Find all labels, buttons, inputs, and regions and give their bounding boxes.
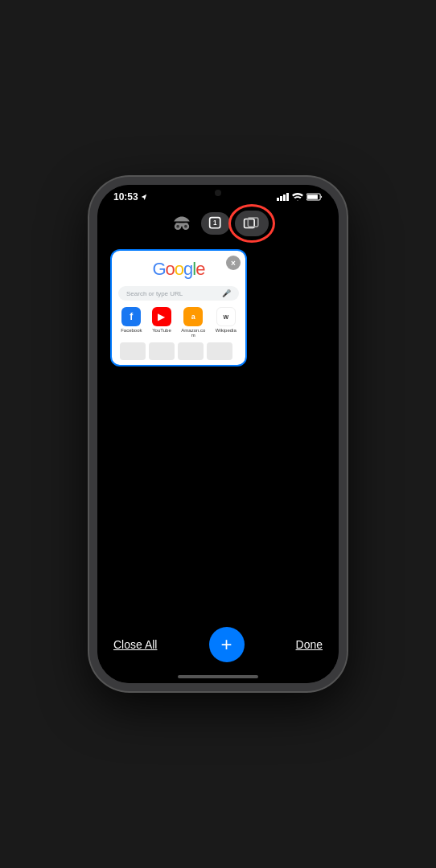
google-logo-text: Google — [152, 259, 204, 280]
facebook-icon: f — [121, 307, 141, 326]
youtube-icon: ▶ — [152, 307, 171, 326]
wikipedia-icon: W — [216, 307, 236, 326]
quick-link-youtube[interactable]: ▶ YouTube — [152, 307, 171, 338]
search-bar-placeholder: Search or type URL — [126, 290, 183, 297]
status-icons — [277, 193, 323, 201]
facebook-label: Facebook — [121, 328, 142, 333]
close-all-button[interactable]: Close All — [113, 638, 157, 651]
notch-dot — [215, 190, 221, 196]
youtube-label: YouTube — [152, 328, 171, 333]
incognito-tab-button[interactable] — [167, 212, 196, 235]
more-tabs-row — [118, 342, 239, 360]
google-logo: Google — [118, 259, 239, 280]
home-indicator — [97, 675, 339, 683]
signal-bar-3 — [283, 194, 286, 201]
quick-link-facebook[interactable]: f Facebook — [121, 307, 142, 338]
notch — [178, 185, 258, 203]
signal-icon — [277, 193, 289, 201]
mic-icon: 🎤 — [222, 289, 231, 297]
mini-tab-3 — [178, 342, 204, 360]
quick-link-amazon[interactable]: a Amazon.com — [181, 307, 205, 338]
status-time: 10:53 — [113, 191, 138, 203]
phone-frame: 10:53 — [89, 177, 347, 691]
amazon-icon: a — [183, 307, 203, 326]
tab-card-content: Google Search or type URL 🎤 f Facebook — [112, 251, 245, 365]
search-bar[interactable]: Search or type URL 🎤 — [118, 286, 239, 301]
google-o1: o — [166, 259, 175, 279]
multiwindow-tab-button[interactable] — [235, 211, 269, 236]
bottom-bar: Close All + Done — [97, 620, 339, 675]
svg-rect-1 — [307, 194, 318, 199]
add-tab-button[interactable]: + — [209, 627, 245, 662]
incognito-icon — [173, 216, 191, 231]
mini-tab-2 — [149, 342, 175, 360]
home-indicator-bar — [178, 675, 258, 678]
wifi-icon — [292, 193, 303, 201]
svg-point-5 — [176, 225, 179, 228]
mini-tab-1 — [120, 342, 146, 360]
svg-text:1: 1 — [213, 219, 217, 227]
tab-card-close-button[interactable]: × — [226, 256, 241, 270]
signal-bar-2 — [280, 196, 282, 201]
svg-point-6 — [184, 225, 187, 228]
tab-count-icon: 1 — [208, 216, 223, 231]
phone-screen: 10:53 — [97, 185, 339, 683]
signal-bar-1 — [277, 198, 279, 201]
google-e: e — [195, 259, 204, 279]
tab-count-button[interactable]: 1 — [201, 212, 230, 235]
google-g2: g — [183, 259, 192, 279]
google-g: G — [152, 259, 165, 279]
mini-tab-4 — [207, 342, 232, 360]
add-tab-plus-icon: + — [220, 635, 232, 654]
multiwindow-icon — [243, 216, 261, 231]
done-button[interactable]: Done — [296, 638, 323, 651]
battery-icon — [306, 193, 323, 201]
amazon-label: Amazon.com — [181, 328, 205, 338]
signal-bar-4 — [286, 193, 289, 201]
quick-links: f Facebook ▶ YouTube a Amazon.com — [118, 307, 239, 338]
quick-link-wikipedia[interactable]: W Wikipedia — [216, 307, 237, 338]
tab-switcher-bar: 1 — [97, 206, 339, 243]
wikipedia-label: Wikipedia — [216, 328, 237, 333]
main-content: × Google Search or type URL 🎤 — [97, 243, 339, 620]
location-arrow-icon — [141, 194, 147, 200]
tab-card: × Google Search or type URL 🎤 — [110, 249, 247, 366]
google-o2: o — [175, 259, 183, 279]
